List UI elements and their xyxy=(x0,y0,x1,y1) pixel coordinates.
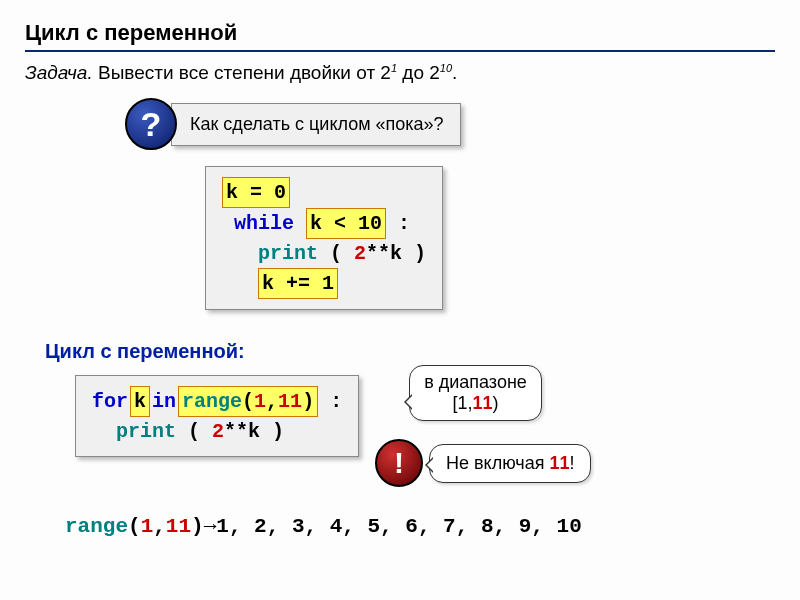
code-paren-close-1: ) xyxy=(402,242,426,265)
task-text: Задача. Вывести все степени двойки от 21… xyxy=(25,62,775,84)
code-hl-step: k += 1 xyxy=(258,268,338,299)
code-arg-1: 1 xyxy=(254,390,266,413)
speech-range: в диапазоне [1,11) xyxy=(409,365,542,421)
range-word-2: range xyxy=(65,515,128,538)
code-num-2-a: 2 xyxy=(354,242,366,265)
code-kw-for: for xyxy=(92,390,128,413)
speech-range-l2c: ) xyxy=(493,393,499,413)
code-hl-range: range(1,11) xyxy=(178,386,318,417)
question-box: Как сделать с циклом «пока»? xyxy=(171,103,461,146)
code-hl-init: k = 0 xyxy=(222,177,290,208)
code-arg-11: 11 xyxy=(278,390,302,413)
range-a: 1 xyxy=(141,515,154,538)
code-colon-2: : xyxy=(318,390,342,413)
code-colon-1: : xyxy=(398,212,410,235)
code-while-box: k = 0 while k < 10 : print ( 2**k ) k +=… xyxy=(205,166,443,310)
code-expr-rest-2: **k xyxy=(224,420,260,443)
code-expr-rest-1: **k xyxy=(366,242,402,265)
exclaim-callout: ! Не включая 11! xyxy=(375,439,775,487)
code-close-1: ) xyxy=(302,390,314,413)
code-open-1: ( xyxy=(242,390,254,413)
range-b: 11 xyxy=(166,515,191,538)
code-kw-in: in xyxy=(152,390,176,413)
speech-range-l2a: [1, xyxy=(452,393,472,413)
code-paren-open-1: ( xyxy=(318,242,354,265)
task-body-2: до 2 xyxy=(397,62,440,83)
code-comma-1: , xyxy=(266,390,278,413)
code-paren-open-2: ( xyxy=(176,420,212,443)
section-label: Цикл с переменной: xyxy=(45,340,775,363)
range-open: ( xyxy=(128,515,141,538)
task-body-1: Вывести все степени двойки от 2 xyxy=(93,62,391,83)
code-num-2-b: 2 xyxy=(212,420,224,443)
code-kw-while: while xyxy=(234,212,294,235)
code-hl-cond: k < 10 xyxy=(306,208,386,239)
speech-excl-c: ! xyxy=(569,453,574,473)
question-callout: ? Как сделать с циклом «пока»? xyxy=(125,98,775,150)
range-expansion: range(1,11) → 1, 2, 3, 4, 5, 6, 7, 8, 9,… xyxy=(65,515,775,538)
code-paren-close-2: ) xyxy=(260,420,284,443)
speech-exclaim: Не включая 11! xyxy=(429,444,591,483)
range-output: 1, 2, 3, 4, 5, 6, 7, 8, 9, 10 xyxy=(216,515,581,538)
arrow-icon: → xyxy=(204,515,217,538)
code-hl-k: k xyxy=(130,386,150,417)
code-for-box: for k in range(1,11) : print ( 2**k ) xyxy=(75,375,359,457)
question-mark-icon: ? xyxy=(125,98,177,150)
code-range-word-1: range xyxy=(182,390,242,413)
speech-excl-a: Не включая xyxy=(446,453,549,473)
task-sup-2: 10 xyxy=(440,62,452,74)
code-kw-print-1: print xyxy=(258,242,318,265)
page-title: Цикл с переменной xyxy=(25,20,775,52)
task-body-3: . xyxy=(452,62,457,83)
speech-range-l2b: 11 xyxy=(473,393,493,413)
task-prefix: Задача. xyxy=(25,62,93,83)
speech-excl-b: 11 xyxy=(549,453,569,473)
range-close: ) xyxy=(191,515,204,538)
exclaim-mark-icon: ! xyxy=(375,439,423,487)
code-kw-print-2: print xyxy=(116,420,176,443)
range-comma: , xyxy=(153,515,166,538)
speech-range-l1: в диапазоне xyxy=(424,372,527,393)
